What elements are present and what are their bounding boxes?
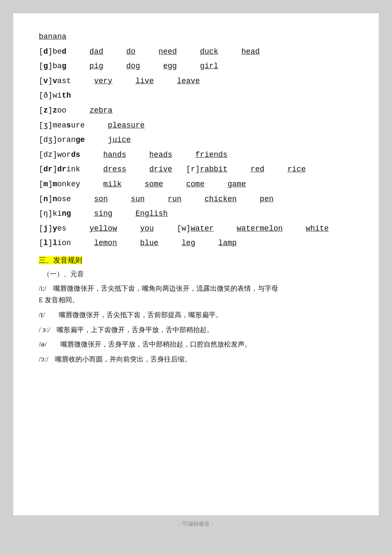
n-row: [n]nose son sun run chicken pen: [39, 193, 357, 206]
word-white: white: [306, 224, 329, 233]
word-leave: leave: [177, 77, 200, 85]
word-duck: duck: [200, 47, 218, 56]
footer: - 可编辑修改 -: [179, 520, 213, 528]
word-sun: sun: [131, 195, 144, 203]
footer-text: - 可编辑修改 -: [179, 520, 213, 527]
word-pen: pen: [260, 195, 274, 203]
banana-line: banana: [39, 30, 357, 43]
word-milk: milk: [103, 180, 121, 188]
word-need: need: [159, 47, 177, 56]
word-pleasure: pleasure: [108, 121, 144, 130]
d-row: [d]bed dad do need duck head: [39, 45, 357, 58]
word-blue: blue: [140, 239, 159, 247]
word-you: you: [140, 224, 154, 233]
n-phoneme: n: [43, 195, 48, 203]
word-game: game: [228, 180, 246, 188]
word-rabbit: rabbit: [200, 165, 228, 173]
word-head: head: [241, 47, 259, 56]
word-friends: friends: [195, 150, 228, 159]
page: banana [d]bed dad do need duck head [g]b…: [13, 13, 379, 516]
v-phoneme: v: [43, 77, 48, 85]
word-zebra: zebra: [89, 106, 112, 115]
word-rice: rice: [287, 165, 306, 173]
word-lamp: lamp: [218, 239, 236, 247]
subsection1: （一）、元音: [43, 268, 357, 280]
zh-row: [ʒ]measure pleasure: [39, 119, 357, 132]
word-girl: girl: [200, 62, 218, 70]
word-do: do: [126, 47, 135, 56]
para-i-long-b: E 发音相同。: [39, 294, 357, 306]
word-son: son: [94, 195, 108, 203]
para-open-o: /ɔ:/ 嘴唇收的小而圆，并向前突出，舌身往后缩。: [39, 353, 357, 366]
z-phoneme: z: [43, 106, 48, 115]
word-some: some: [145, 180, 163, 188]
word-egg: egg: [163, 62, 177, 70]
l-row: [l]lion lemon blue leg lamp: [39, 237, 357, 250]
content: banana [d]bed dad do need duck head [g]b…: [39, 30, 357, 366]
word-live: live: [135, 77, 154, 85]
dr-phoneme: dr: [43, 165, 53, 173]
ng-row: [ŋ]king sing English: [39, 207, 357, 220]
word-dog: dog: [126, 62, 140, 70]
word-red: red: [251, 165, 264, 173]
word-yellow: yellow: [89, 224, 117, 233]
para-i-long: /i:/ 嘴唇微微张开，舌尖抵下齿，嘴角向两边张开，流露出微笑的表情，与字母: [39, 283, 357, 295]
word-leg: leg: [182, 239, 195, 247]
word-dad: dad: [89, 47, 103, 56]
d-phoneme: d: [43, 47, 48, 56]
section3-highlight: 三、发音规则: [39, 256, 82, 264]
word-english: English: [135, 209, 168, 218]
word-chicken: chicken: [205, 195, 237, 203]
word-run: run: [168, 195, 182, 203]
word-pig: pig: [89, 62, 103, 70]
word-come: come: [186, 180, 205, 188]
word-hands: hands: [103, 150, 126, 159]
para-i-short: /ɪ/ 嘴唇微微张开，舌尖抵下齿，舌前部提高，嘴形扁平。: [39, 309, 357, 321]
v-row: [v]vast very live leave: [39, 75, 357, 88]
g-phoneme: g: [43, 62, 48, 70]
banana-word: banana: [39, 32, 66, 41]
section3-header: 三、发音规则: [39, 254, 357, 267]
word-water: water: [191, 224, 214, 233]
eth-row: [ð]with: [39, 89, 357, 102]
m-row: [m]monkey milk some come game: [39, 178, 357, 191]
word-very: very: [94, 77, 112, 85]
word-dress: dress: [103, 165, 126, 173]
word-sing: sing: [94, 209, 112, 218]
word-lemon: lemon: [94, 239, 117, 247]
word-juice: juice: [108, 136, 131, 144]
j-row: [j]yes yellow you [w]water watermelon wh…: [39, 222, 357, 235]
g-row: [g]bag pig dog egg girl: [39, 60, 357, 73]
para-er: / ɜ:/ 嘴形扁平，上下齿微开，舌身平放，舌中部稍抬起。: [39, 324, 357, 336]
word-watermelon: watermelon: [237, 224, 283, 233]
word-drive: drive: [149, 165, 172, 173]
l-phoneme: l: [43, 239, 48, 247]
z-row: [z]zoo zebra: [39, 104, 357, 117]
j-phoneme: j: [43, 224, 48, 233]
word-heads: heads: [149, 150, 172, 159]
dr-row: [dr]drink dress drive [r]rabbit red rice: [39, 163, 357, 176]
dz-row: [dz]words hands heads friends: [39, 148, 357, 162]
dzh-row: [dʒ]orange juice: [39, 133, 357, 147]
m-phoneme: m: [43, 180, 48, 188]
para-schwa: /ə/ 嘴唇微微张开，舌身平放，舌中部稍抬起，口腔自然放松发声。: [39, 338, 357, 351]
